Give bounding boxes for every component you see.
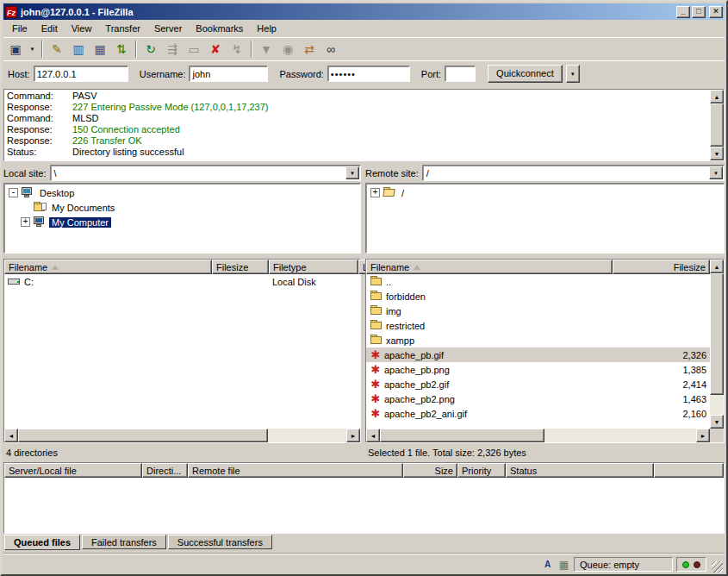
scroll-left-icon[interactable]: ◄ [366,429,380,442]
tab-queued-files[interactable]: Queued files [4,535,80,550]
toggle-queue-button[interactable]: ⇅ [111,40,132,59]
file-row-c-drive[interactable]: C: Local Disk [4,274,360,289]
tab-failed-transfers[interactable]: Failed transfers [82,535,166,549]
file-row-restricted[interactable]: restricted [366,318,710,333]
menu-server[interactable]: Server [147,22,189,35]
file-row-apache-pb2-ani-gif[interactable]: ✱apache_pb2_ani.gif 2,160 [366,406,710,421]
toggle-remote-tree-button[interactable]: ▦ [90,40,110,59]
chevron-down-icon[interactable]: ▼ [345,166,359,179]
tab-successful-transfers[interactable]: Successful transfers [168,535,272,549]
quickconnect-button[interactable]: Quickconnect [488,65,563,83]
process-queue-button[interactable]: ⇶ [162,40,183,59]
file-row-forbidden[interactable]: forbidden [366,289,710,304]
column-filename[interactable]: Filename [366,260,613,274]
reconnect-icon: ▭ [188,43,199,55]
password-label: Password: [279,69,323,79]
scroll-down-icon[interactable]: ▼ [710,147,724,160]
tree-list-splitter[interactable] [365,254,725,257]
column-remote-file[interactable]: Remote file [188,463,403,478]
menu-view[interactable]: View [65,22,99,35]
expand-icon[interactable]: + [21,217,30,227]
remote-site-combo[interactable]: / ▼ [422,165,725,181]
scroll-up-icon[interactable]: ▲ [710,260,724,273]
site-manager-dropdown[interactable]: ▼ [27,40,38,59]
transfer-type-icon[interactable]: A [541,558,554,571]
scroll-right-icon[interactable]: ► [696,429,710,442]
resize-grip[interactable] [712,561,723,573]
column-filetype[interactable]: Filetype [269,260,358,274]
minimize-button[interactable]: _ [676,6,690,18]
menu-transfer[interactable]: Transfer [98,22,147,35]
column-filename[interactable]: Filename [4,260,212,274]
menu-help[interactable]: Help [250,22,283,35]
log-line-type: Command: [7,113,72,124]
cancel-button[interactable]: ✘ [205,40,226,59]
site-manager-button[interactable]: ▣ [5,40,26,59]
column-filesize[interactable]: Filesize [212,260,269,274]
file-row-apache-pb-gif[interactable]: ✱apache_pb.gif 2,326 [366,347,710,362]
remote-vscrollbar[interactable]: ▲ ▼ [710,260,724,442]
chevron-down-glyph: ▼ [350,171,355,176]
file-row-xampp[interactable]: xampp [366,333,710,347]
column-size[interactable]: Size [403,463,457,478]
file-row-apache-pb-png[interactable]: ✱apache_pb.png 1,385 [366,362,710,377]
scroll-down-icon[interactable]: ▼ [710,415,724,429]
queue-list[interactable] [4,478,724,533]
quickconnect-dropdown[interactable]: ▼ [566,65,580,83]
remote-file-list: .. forbidden img restricted [366,274,710,429]
filter-button[interactable]: ▼ [256,40,277,59]
toggle-local-tree-button[interactable]: ▥ [68,40,89,59]
column-direction[interactable]: Directi... [142,463,188,478]
file-row-parent[interactable]: .. [366,274,710,289]
file-row-img[interactable]: img [366,304,710,318]
port-label: Port: [421,69,441,79]
local-hscrollbar[interactable]: ◄ ► [4,429,360,442]
disconnect-button[interactable]: ↯ [227,40,247,59]
column-filesize[interactable]: Filesize [613,260,710,274]
queue-status-panel: Queue: empty [574,557,673,572]
keyboard-icon[interactable]: ▦ [557,558,570,571]
local-tree: - Desktop My Documents + My Computer [3,183,361,254]
menu-file[interactable]: File [5,22,34,35]
collapse-icon[interactable]: - [9,188,18,197]
tree-list-splitter[interactable] [3,254,361,257]
log-scrollbar[interactable]: ▲ ▼ [710,90,724,160]
chevron-down-icon[interactable]: ▼ [709,166,723,179]
host-input[interactable] [34,66,128,82]
tree-item-my-computer[interactable]: + My Computer [4,215,360,229]
file-name: apache_pb2_ani.gif [384,409,467,419]
tree-item-desktop[interactable]: - Desktop [4,185,360,200]
scroll-up-icon[interactable]: ▲ [710,90,724,103]
column-server-local-file[interactable]: Server/Local file [4,463,142,478]
chevron-down-glyph: ▼ [713,171,719,176]
column-priority[interactable]: Priority [457,463,506,478]
refresh-button[interactable]: ↻ [140,40,161,59]
file-name-cell: ✱apache_pb2_ani.gif [366,408,613,419]
tree-item-root[interactable]: + / [366,185,724,200]
sync-browsing-button[interactable]: ⇄ [299,40,320,59]
password-input[interactable] [327,66,410,82]
expand-icon[interactable]: + [370,188,380,197]
column-status[interactable]: Status [506,463,654,478]
log-view-icon: ✎ [52,43,62,55]
find-files-button[interactable]: ∞ [320,40,341,59]
menu-edit[interactable]: Edit [34,22,65,35]
local-site-combo[interactable]: \ ▼ [50,165,361,181]
compare-button[interactable]: ◉ [277,40,298,59]
menu-bookmarks[interactable]: Bookmarks [189,22,250,35]
tree-item-my-documents[interactable]: My Documents [4,200,360,215]
port-input[interactable] [445,66,476,82]
username-input[interactable] [189,66,268,82]
folder-icon [370,276,383,287]
close-button[interactable]: ✕ [709,6,723,18]
file-row-apache-pb2-png[interactable]: ✱apache_pb2.png 1,463 [366,391,710,406]
titlebar[interactable]: Fz john@127.0.0.1 - FileZilla _ □ ✕ [3,3,725,20]
file-name: .. [386,277,391,287]
maximize-button[interactable]: □ [692,6,706,18]
remote-hscrollbar[interactable]: ◄ ► [366,429,710,442]
scroll-right-icon[interactable]: ► [346,429,360,442]
reconnect-button[interactable]: ▭ [184,40,204,59]
scroll-left-icon[interactable]: ◄ [4,429,18,442]
file-row-apache-pb2-gif[interactable]: ✱apache_pb2.gif 2,414 [366,377,710,391]
toggle-log-button[interactable]: ✎ [47,40,67,59]
